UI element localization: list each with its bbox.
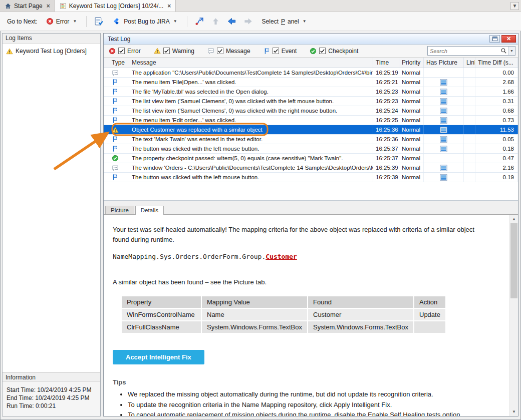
- information-header: Information: [3, 372, 100, 382]
- tip-item: We replaced the missing object automatic…: [128, 390, 489, 399]
- filter-checkpoint[interactable]: Checkpoint: [310, 48, 358, 55]
- name-mapping-code: NameMapping.Sys.Orders.OrderForm.Group.C…: [113, 253, 489, 260]
- details-scrollbar[interactable]: ▲ ▼: [509, 215, 518, 416]
- log-row-10[interactable]: The property checkpoint passed: wItem(5,…: [104, 154, 518, 163]
- test-log-panel: Test Log ✕ ErrorWarningMessageEventCheck…: [103, 33, 518, 416]
- filter-items: ErrorWarningMessageEventCheckpoint: [109, 48, 358, 55]
- row-priority: Normal: [399, 97, 424, 106]
- row-message: The list view item ('Samuel Clemens', 0)…: [129, 106, 373, 115]
- scroll-down-icon[interactable]: ▼: [510, 407, 518, 416]
- details-tab-bar: Picture Details: [104, 205, 518, 215]
- tab-picture[interactable]: Picture: [105, 206, 134, 214]
- filter-message[interactable]: Message: [207, 48, 250, 55]
- go-to-next-error-button[interactable]: Error ▼: [43, 16, 81, 27]
- horizontal-splitter[interactable]: [104, 201, 518, 205]
- log-items-header: Log Items: [3, 34, 100, 44]
- scrollbar-thumb[interactable]: [510, 223, 517, 298]
- scroll-up-icon[interactable]: ▲: [510, 215, 518, 223]
- mapping-cell: ClrFullClassName: [122, 321, 201, 333]
- checkpoint-icon: [310, 48, 317, 55]
- filter-event[interactable]: Event: [264, 48, 297, 55]
- row-time: 16:25:25: [373, 116, 399, 125]
- mapping-cell: WinFormsControlName: [122, 309, 201, 320]
- column-header-link[interactable]: Link: [464, 58, 475, 68]
- log-items-tree: Keyword Test Log [Orders]: [3, 44, 100, 372]
- row-has-picture: [424, 173, 464, 182]
- row-time: 16:25:36: [373, 125, 399, 134]
- column-header-msg[interactable]: Message: [129, 58, 373, 68]
- log-row-3[interactable]: The file 'MyTable.tbl' was selected in t…: [104, 87, 518, 97]
- mapping-cell: Name: [202, 309, 307, 320]
- row-has-picture: [424, 78, 464, 87]
- jump-to-source-button[interactable]: [193, 15, 206, 28]
- post-bug-to-jira-button[interactable]: Post Bug to JIRA ▼: [109, 15, 180, 28]
- self-heal-intro: Your test was self-healed automatically!…: [113, 225, 489, 245]
- filter-error[interactable]: Error: [109, 48, 141, 55]
- tab-start-page[interactable]: Start Page ×: [0, 0, 55, 12]
- search-input[interactable]: [428, 47, 499, 55]
- filter-warning[interactable]: Warning: [154, 48, 194, 55]
- column-header-pri[interactable]: Priority: [399, 58, 424, 68]
- row-has-picture: [424, 135, 464, 144]
- tab-list-dropdown[interactable]: ▼: [510, 2, 519, 10]
- log-table: TypeMessageTimePriorityHas PictureLinkTi…: [104, 58, 518, 201]
- warning-icon: [104, 125, 129, 134]
- message-icon: [104, 163, 129, 172]
- row-time: 16:25:23: [373, 87, 399, 96]
- accept-intelligent-fix-button[interactable]: Accept Intelligent Fix: [113, 350, 204, 364]
- search-dropdown-icon[interactable]: ▼: [508, 47, 515, 55]
- log-row-5[interactable]: The list view item ('Samuel Clemens', 0)…: [104, 106, 518, 116]
- chevron-down-icon: ▼: [173, 19, 177, 24]
- mapping-cell: Customer: [308, 309, 413, 320]
- close-panel-button[interactable]: ✕: [501, 35, 516, 43]
- log-row-6[interactable]: The menu item 'Edit order...' was clicke…: [104, 116, 518, 125]
- row-time: 16:25:39: [373, 163, 399, 172]
- filter-checkbox-message[interactable]: [217, 48, 223, 54]
- column-header-diff[interactable]: Time Diff (s...: [475, 58, 518, 68]
- up-one-level-button[interactable]: [210, 16, 221, 27]
- checkpoint-icon: [104, 154, 129, 163]
- log-row-1[interactable]: The application "C:\Users\Public\Documen…: [104, 68, 518, 78]
- filter-checkbox-checkpoint[interactable]: [319, 48, 326, 54]
- log-row-11[interactable]: The window 'Orders - C:\Users\Public\Doc…: [104, 163, 518, 173]
- row-time-diff: 0.31: [475, 97, 518, 106]
- close-tab-icon[interactable]: ×: [167, 3, 171, 10]
- close-tab-icon[interactable]: ×: [47, 3, 50, 10]
- row-time-diff: 0.18: [475, 144, 518, 153]
- row-priority: Normal: [399, 68, 424, 77]
- message-icon: [104, 68, 129, 77]
- column-header-time[interactable]: Time: [373, 58, 399, 68]
- row-time: 16:25:36: [373, 135, 399, 144]
- log-row-8[interactable]: The text 'Mark Twain' was entered in the…: [104, 135, 518, 144]
- back-button[interactable]: [225, 15, 238, 28]
- column-header-pic[interactable]: Has Picture: [424, 58, 464, 68]
- error-icon: [46, 18, 54, 25]
- row-link: [464, 106, 475, 115]
- warning-icon: [154, 48, 161, 54]
- log-row-4[interactable]: The list view item ('Samuel Clemens', 0)…: [104, 97, 518, 106]
- log-row-7[interactable]: Object Customer was replaced with a simi…: [104, 125, 518, 135]
- select-panel-button[interactable]: Select Panel ▼: [258, 16, 310, 27]
- row-time: 16:25:19: [373, 68, 399, 77]
- row-time: 16:25:23: [373, 97, 399, 106]
- warning-icon: [6, 48, 13, 55]
- filter-checkbox-warning[interactable]: [163, 48, 170, 54]
- forward-button[interactable]: [242, 15, 254, 28]
- log-row-12[interactable]: The button was clicked with the left mou…: [104, 173, 518, 182]
- log-row-2[interactable]: The menu item 'File|Open...' was clicked…: [104, 78, 518, 87]
- tab-keyword-test-log[interactable]: Keyword Test Log [Orders] 10/24/... ×: [55, 0, 176, 12]
- column-header-type[interactable]: Type: [104, 58, 129, 68]
- tab-details[interactable]: Details: [135, 206, 164, 215]
- row-time-diff: 0.00: [475, 68, 518, 77]
- tree-item-keyword-test-log[interactable]: Keyword Test Log [Orders]: [5, 47, 98, 56]
- float-panel-button[interactable]: [489, 35, 500, 43]
- row-link: [464, 87, 475, 96]
- filter-checkbox-error[interactable]: [118, 48, 125, 54]
- test-report-button[interactable]: [93, 15, 105, 28]
- details-content: Your test was self-healed automatically!…: [104, 215, 509, 416]
- code-prefix: NameMapping.Sys.Orders.OrderForm.Group.: [113, 253, 266, 260]
- row-link: [464, 116, 475, 125]
- log-row-9[interactable]: The button was clicked with the left mou…: [104, 144, 518, 154]
- error-button-label: Error: [56, 18, 70, 25]
- filter-checkbox-event[interactable]: [273, 48, 279, 54]
